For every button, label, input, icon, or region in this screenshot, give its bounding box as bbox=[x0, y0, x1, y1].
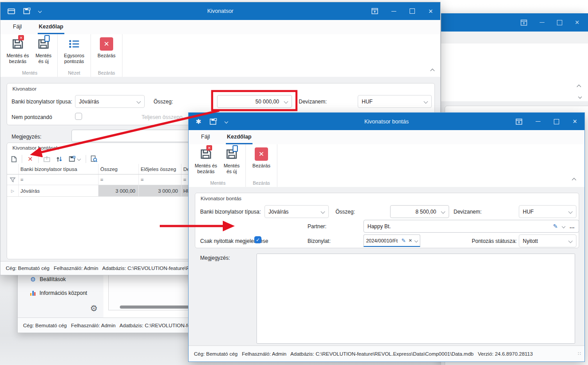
save-close-icon: ✕ bbox=[199, 147, 213, 162]
ribbon-group-label: Mentés bbox=[22, 69, 37, 76]
close-window-button[interactable]: ✕ Bezárás bbox=[94, 36, 119, 59]
comment-textarea[interactable] bbox=[257, 254, 575, 344]
maximize-button[interactable] bbox=[410, 8, 415, 14]
tab-home[interactable]: Kezdőlap bbox=[226, 130, 253, 144]
ribbon-collapse-icon[interactable] bbox=[577, 85, 581, 89]
sidebar-item-info-center[interactable]: Információs központ bbox=[30, 290, 87, 296]
minimize-button[interactable] bbox=[540, 22, 545, 23]
ellipsis-button[interactable]: … bbox=[569, 223, 575, 230]
grid-header-amount[interactable]: Összeg bbox=[99, 164, 139, 174]
save-and-new-button[interactable]: Mentés és új bbox=[32, 36, 55, 64]
chevron-down-icon bbox=[568, 210, 573, 214]
quick-access-chevron-icon[interactable] bbox=[38, 9, 42, 13]
sidebar-settings-gear-icon[interactable]: ⚙ bbox=[90, 303, 98, 313]
save-new-icon bbox=[225, 147, 238, 162]
close-button[interactable]: ✕ bbox=[572, 119, 577, 124]
filter-cell[interactable]: = bbox=[19, 175, 99, 185]
open-only-checkbox[interactable]: ✓ bbox=[254, 236, 261, 243]
grid-header-bank-doc-type[interactable]: Banki bizonylatsor típusa bbox=[19, 164, 99, 174]
amount-label: Összeg: bbox=[154, 99, 173, 105]
save-and-close-button[interactable]: ✕ Mentés és bezárás bbox=[193, 147, 219, 175]
close-button[interactable]: ✕ bbox=[428, 8, 433, 14]
pencil-icon[interactable]: ✎ bbox=[553, 223, 558, 230]
single-line-match-button[interactable]: Egysoros pontozás bbox=[60, 36, 88, 64]
ribbon-group-label: Bezárás bbox=[253, 179, 270, 186]
match-status-select[interactable]: Nyitott bbox=[519, 234, 576, 247]
currency-select[interactable]: HUF bbox=[519, 205, 576, 218]
chevron-down-icon bbox=[137, 99, 141, 104]
chevron-down-icon bbox=[568, 239, 573, 243]
chevron-down-icon[interactable] bbox=[562, 224, 565, 228]
bank-doc-type-select[interactable]: Jóváírás bbox=[264, 205, 329, 218]
delete-row-button[interactable]: ✕ bbox=[26, 154, 35, 164]
chevron-down-icon[interactable] bbox=[414, 238, 418, 242]
red-x-badge-icon: ✕ bbox=[18, 35, 24, 40]
grid-toolbar: ✕ bbox=[9, 153, 99, 165]
red-x-badge-icon: ✕ bbox=[206, 145, 212, 151]
tab-file[interactable]: Fájl bbox=[12, 20, 23, 34]
save-close-icon: ✕ bbox=[11, 36, 24, 52]
sort-button[interactable] bbox=[55, 154, 63, 164]
currency-label: Devizanem: bbox=[299, 99, 327, 105]
currency-label: Devizanem: bbox=[454, 209, 481, 215]
filter-funnel-icon[interactable] bbox=[7, 175, 19, 185]
partner-input[interactable]: Happy Bt. ✎ … bbox=[363, 220, 579, 233]
ribbon-collapse-icon[interactable] bbox=[430, 69, 435, 73]
grid-header-signed-amount[interactable]: Előjeles összeg bbox=[139, 164, 182, 174]
toolbar-separator bbox=[38, 155, 39, 163]
quick-save-icon[interactable] bbox=[23, 8, 31, 15]
filter-cell[interactable]: = bbox=[99, 175, 139, 185]
amount-input[interactable]: 8 500,00 bbox=[390, 205, 449, 218]
save-and-new-button[interactable]: Mentés és új bbox=[221, 147, 243, 175]
chevron-down-icon bbox=[321, 210, 325, 214]
ribbon-collapse-icon[interactable] bbox=[572, 178, 576, 182]
row-expander-icon[interactable]: ▷ bbox=[7, 185, 19, 196]
horizontal-scrollbar[interactable] bbox=[120, 305, 189, 309]
app-gear-icon: ✱ bbox=[196, 118, 201, 125]
ribbon-tabs: Fájl Kezdőlap bbox=[0, 20, 440, 35]
cell-signed-amount[interactable]: 3 000,00 bbox=[139, 185, 182, 196]
maximize-button[interactable] bbox=[554, 119, 559, 124]
groupbox-title: Kivonatsor bontás bbox=[201, 196, 241, 201]
kivonatsor-bontas-titlebar[interactable]: ✱ Kivonatsor bontás ✕ bbox=[189, 113, 584, 130]
cell-bank-doc-type[interactable]: Jóváírás bbox=[19, 185, 99, 196]
filter-cell[interactable]: = bbox=[139, 175, 182, 185]
tab-file[interactable]: Fájl bbox=[200, 130, 211, 144]
close-button[interactable]: ✕ bbox=[575, 20, 580, 25]
pencil-icon[interactable]: ✎ bbox=[402, 238, 406, 244]
close-window-button[interactable]: ✕ Bezárás bbox=[249, 147, 274, 169]
chevron-down-icon bbox=[284, 99, 288, 104]
minimize-button[interactable] bbox=[391, 11, 396, 12]
tab-home[interactable]: Kezdőlap bbox=[38, 20, 64, 34]
kivonatsor-titlebar[interactable]: Kivonatsor ✕ bbox=[0, 2, 440, 20]
quick-access-chevron-icon[interactable] bbox=[224, 119, 228, 123]
resize-grip-icon[interactable]: ∷ bbox=[578, 351, 584, 357]
sidebar-item-settings[interactable]: ⚙ Beállítások bbox=[30, 276, 66, 283]
open-row-button[interactable] bbox=[42, 154, 51, 164]
clear-icon[interactable]: ✕ bbox=[409, 238, 412, 243]
statusbar-text: Cég: Bemutató cég Felhasználó: Admin Ada… bbox=[189, 351, 533, 357]
ribbon: ✕ Mentés és bezárás Mentés és új Mentés bbox=[0, 34, 440, 77]
maximize-button[interactable] bbox=[557, 20, 562, 25]
not-to-match-checkbox[interactable] bbox=[75, 113, 82, 120]
amount-input[interactable]: 50 000,00 bbox=[217, 95, 292, 108]
save-layout-button[interactable] bbox=[67, 154, 82, 164]
ribbon-group-label: Nézet bbox=[68, 69, 80, 76]
main-window-titlebar[interactable]: ✕ bbox=[441, 13, 588, 32]
chevron-down-icon bbox=[424, 99, 428, 104]
kivonatsor-bontas-statusbar: Cég: Bemutató cég Felhasználó: Admin Ada… bbox=[189, 345, 584, 361]
minimize-button[interactable] bbox=[536, 121, 541, 122]
cell-amount[interactable]: 3 000,00 bbox=[99, 185, 139, 196]
document-input[interactable]: 2024/00010/Ft ✎ ✕ bbox=[363, 234, 420, 247]
bar-chart-icon bbox=[30, 290, 36, 296]
bank-doc-type-select[interactable]: Jóváírás bbox=[75, 95, 145, 108]
preview-button[interactable] bbox=[90, 154, 99, 164]
popup-icon[interactable] bbox=[371, 8, 378, 14]
new-row-button[interactable] bbox=[9, 154, 18, 164]
currency-select[interactable]: HUF bbox=[358, 95, 432, 108]
popup-icon[interactable] bbox=[521, 20, 527, 26]
main-window-search-row[interactable] bbox=[441, 93, 588, 102]
quick-save-icon[interactable] bbox=[209, 118, 217, 125]
popup-icon[interactable] bbox=[516, 119, 522, 125]
save-and-close-button[interactable]: ✕ Mentés és bezárás bbox=[5, 36, 31, 64]
